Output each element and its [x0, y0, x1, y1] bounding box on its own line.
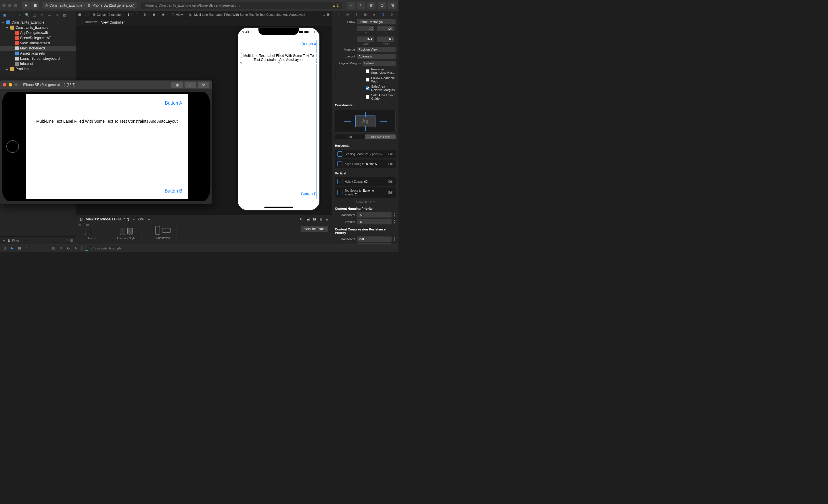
file-row[interactable]: Assets.xcassets [0, 51, 76, 56]
resize-handle[interactable] [278, 53, 280, 54]
hug-v-input[interactable]: 251⌄ [357, 219, 391, 224]
hide-debug-icon[interactable]: ▥ [3, 246, 7, 250]
project-root[interactable]: ▾Constraints_Example [0, 20, 76, 25]
add-icon[interactable]: ＋ [2, 238, 6, 243]
pin-icon[interactable]: ⊞ [320, 217, 322, 221]
embed-in-icon[interactable]: ▣ [306, 217, 309, 221]
add-trait-icon[interactable]: + [335, 67, 337, 71]
preserve-margins-check[interactable] [366, 69, 369, 73]
location-icon[interactable]: ➤ [74, 246, 78, 250]
jump-segment[interactable]: View [176, 13, 183, 16]
sim-minimize[interactable] [9, 83, 12, 87]
stepper-icon[interactable]: ▲▼ [393, 244, 396, 244]
constraint-item[interactable]: ↕Height Equals: 60Edit [335, 177, 396, 186]
edit-button[interactable]: Edit [388, 180, 393, 183]
continue-icon[interactable]: ▮▮ [18, 246, 22, 250]
multiline-label[interactable]: Multi-Line Text Label Filled With Some T… [241, 54, 317, 62]
sim-screen[interactable]: Button A Multi-Line Text Label Filled Wi… [26, 94, 188, 199]
resize-handle[interactable] [316, 57, 318, 58]
chevron-updown-icon[interactable]: ⌃⌄ [92, 229, 97, 232]
arrange-select[interactable]: Position View⌄ [357, 47, 396, 52]
breakpoint-toggle[interactable]: ▶ [10, 246, 14, 250]
sim-titlebar[interactable]: iPhone SE (2nd generation) (13.7) ▣ ⌂ ⟳ [0, 81, 212, 89]
history-inspector-tab[interactable]: ◷ [345, 13, 350, 16]
group-row[interactable]: ▾Constraints_Example [0, 25, 76, 30]
update-frames-icon[interactable]: ⟳ [300, 217, 303, 221]
minimize-window[interactable] [8, 4, 11, 7]
x-input[interactable]: 20▲▼ [357, 26, 374, 31]
screenshot-button[interactable]: ▣ [171, 82, 183, 88]
left-panel-toggle[interactable]: ◧ [367, 2, 375, 9]
attributes-inspector-tab[interactable]: ◈ [372, 13, 376, 16]
file-row[interactable]: ViewController.swift [0, 41, 76, 46]
height-input[interactable]: 60 [377, 37, 395, 42]
stepper-icon[interactable]: ▲▼ [393, 237, 396, 241]
run-button[interactable] [22, 1, 30, 9]
resize-handle[interactable] [278, 62, 280, 64]
vary-traits-button[interactable]: Vary for Traits [301, 226, 328, 232]
bottom-filter-input[interactable] [83, 223, 149, 226]
constraint-item[interactable]: ⊢Leading Space to: SuperviewEdit [335, 150, 396, 158]
resize-handle[interactable] [316, 53, 318, 54]
forward-button[interactable]: 〉 [88, 12, 91, 17]
warning-badge[interactable]: ▲ 1 [332, 3, 339, 7]
back-button[interactable]: 〈 [83, 12, 86, 17]
orientation-group[interactable]: Orientation [150, 226, 177, 240]
comp-v-input[interactable]: 750⌄ [357, 243, 391, 244]
simulator-window[interactable]: iPhone SE (2nd generation) (13.7) ▣ ⌂ ⟳ … [0, 81, 212, 204]
file-row-selected[interactable]: Main.storyboard [0, 46, 76, 51]
size-inspector-tab[interactable]: ▥ [381, 13, 385, 16]
edit-button[interactable]: Edit [388, 152, 393, 156]
constraints-preview[interactable]: Ag [335, 110, 396, 133]
button-a[interactable]: Button A [301, 42, 317, 46]
stop-button[interactable] [31, 1, 39, 9]
readable-width-check[interactable] [366, 78, 369, 82]
products-group[interactable]: ▸Products [0, 66, 76, 72]
y-input[interactable]: 121 [377, 26, 395, 31]
view-debug-icon[interactable]: ◫ [51, 246, 55, 250]
jump-segment[interactable]: Constr...Example [96, 13, 121, 16]
tests-tab[interactable]: ◇ [40, 13, 44, 17]
file-row[interactable]: LaunchScreen.storyboard [0, 56, 76, 61]
symbols-tab[interactable]: ≡ [17, 13, 22, 17]
step-out-icon[interactable]: ↑ [40, 246, 44, 250]
help-inspector-tab[interactable]: ? [354, 13, 359, 16]
find-tab[interactable]: 🔍 [25, 13, 29, 17]
resize-handle[interactable] [240, 57, 242, 58]
file-row[interactable]: Info.plist [0, 61, 76, 66]
edit-button[interactable]: Edit [388, 191, 393, 194]
debug-target[interactable]: Constraints_Example [91, 246, 122, 250]
source-control-tab[interactable]: ◌ [10, 13, 14, 17]
connections-inspector-tab[interactable]: ⊙ [389, 13, 394, 16]
sim-home-circle[interactable] [6, 140, 19, 153]
add-editor-icon[interactable]: ⊞ [327, 13, 329, 16]
seg-this[interactable]: This Size Class [365, 134, 396, 139]
home-button[interactable]: ⌂ [184, 82, 196, 88]
landscape-icon[interactable] [162, 228, 171, 233]
safe-area-guide-check[interactable] [366, 95, 369, 99]
add-trait-icon[interactable]: + [335, 72, 337, 76]
reports-tab[interactable]: ▤ [62, 13, 67, 17]
file-row[interactable]: SceneDelegate.swift [0, 35, 76, 41]
root-view[interactable]: Button A Multi-Line Text Label Filled Wi… [241, 40, 317, 198]
library-button[interactable]: ＋ [347, 2, 355, 9]
right-panel-toggle[interactable]: ◨ [388, 2, 396, 9]
stepper-icon[interactable]: ▲▼ [393, 220, 396, 224]
seg-all[interactable]: All [335, 134, 365, 139]
resize-handle[interactable] [240, 53, 242, 54]
margins-select[interactable]: Default⌄ [363, 61, 396, 66]
project-navigator-tab[interactable]: ▣ [2, 13, 7, 17]
resize-handle[interactable] [240, 62, 242, 64]
jump-segment[interactable]: Multi-Line Text Label Filled With Some T… [194, 13, 305, 16]
sim-zoom[interactable] [14, 83, 18, 87]
outline-back[interactable]: 〈 Structure [79, 20, 98, 25]
close-window[interactable] [2, 4, 6, 7]
memory-graph-icon[interactable]: ⚭ [59, 246, 63, 250]
breakpoints-tab[interactable]: ▭ [55, 13, 59, 17]
add-trait-icon[interactable]: + [335, 77, 337, 81]
button-b[interactable]: Button B [301, 192, 317, 196]
clock-icon[interactable]: ◷ [66, 238, 69, 242]
portrait-icon[interactable] [155, 226, 160, 235]
sim-button-b[interactable]: Button B [165, 188, 182, 194]
identity-inspector-tab[interactable]: ▦ [363, 13, 367, 16]
